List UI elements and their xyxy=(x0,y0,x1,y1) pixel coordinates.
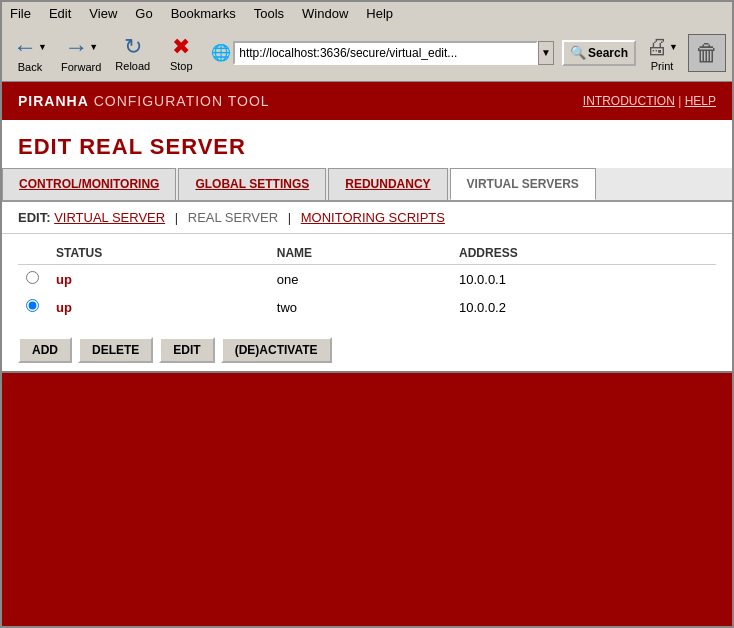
col-address: ADDRESS xyxy=(451,242,716,265)
page-heading: EDIT REAL SERVER xyxy=(2,120,732,168)
row1-name: one xyxy=(269,265,451,294)
add-button[interactable]: ADD xyxy=(18,337,72,363)
forward-icon: → xyxy=(64,33,88,61)
trash-icon: 🗑 xyxy=(695,39,719,67)
subnav-virtual-server[interactable]: VIRTUAL SERVER xyxy=(54,210,165,225)
nav-tabs: CONTROL/MONITORING GLOBAL SETTINGS REDUN… xyxy=(2,168,732,202)
address-input[interactable] xyxy=(233,41,538,65)
table-row: up one 10.0.0.1 xyxy=(18,265,716,294)
menu-bar: File Edit View Go Bookmarks Tools Window… xyxy=(2,2,732,24)
action-bar: ADD DELETE EDIT (DE)ACTIVATE xyxy=(2,329,732,371)
address-icon: 🌐 xyxy=(211,43,231,62)
stop-icon: ✖ xyxy=(172,34,190,60)
back-label: Back xyxy=(18,61,42,73)
subnav-sep1: | xyxy=(175,210,182,225)
col-name: NAME xyxy=(269,242,451,265)
menu-edit[interactable]: Edit xyxy=(45,5,75,22)
brand-name: PIRANHA xyxy=(18,93,89,109)
lower-red-area xyxy=(2,373,732,626)
print-label: Print xyxy=(651,60,674,72)
menu-view[interactable]: View xyxy=(85,5,121,22)
help-link[interactable]: HELP xyxy=(685,94,716,108)
print-icon: 🖨 xyxy=(646,34,668,60)
table-area: STATUS NAME ADDRESS up one 10.0.0.1 xyxy=(2,234,732,329)
search-label: Search xyxy=(588,46,628,60)
tab-virtual-servers[interactable]: VIRTUAL SERVERS xyxy=(450,168,596,200)
menu-go[interactable]: Go xyxy=(131,5,156,22)
row2-radio[interactable] xyxy=(26,299,39,312)
toolbar: ← ▼ Back → ▼ Forward ↻ Reload ✖ Stop 🌐 xyxy=(2,24,732,82)
stop-button[interactable]: ✖ Stop xyxy=(159,31,203,75)
table-row: up two 10.0.0.2 xyxy=(18,293,716,321)
app-header: PIRANHA CONFIGURATION TOOL INTRODUCTION … xyxy=(2,82,732,120)
row1-status: up xyxy=(48,265,269,294)
page-title: EDIT REAL SERVER xyxy=(18,134,716,160)
forward-label: Forward xyxy=(61,61,101,73)
page-content: PIRANHA CONFIGURATION TOOL INTRODUCTION … xyxy=(2,82,732,626)
menu-bookmarks[interactable]: Bookmarks xyxy=(167,5,240,22)
row1-address: 10.0.0.1 xyxy=(451,265,716,294)
forward-dropdown-icon[interactable]: ▼ xyxy=(89,42,98,52)
row2-address: 10.0.0.2 xyxy=(451,293,716,321)
menu-help[interactable]: Help xyxy=(362,5,397,22)
back-icon: ← xyxy=(13,33,37,61)
subnav-real-server[interactable]: REAL SERVER xyxy=(188,210,278,225)
back-button[interactable]: ← ▼ Back xyxy=(8,30,52,76)
sub-nav: EDIT: VIRTUAL SERVER | REAL SERVER | MON… xyxy=(2,202,732,234)
menu-tools[interactable]: Tools xyxy=(250,5,288,22)
brand-rest: CONFIGURATION TOOL xyxy=(89,93,270,109)
address-bar: 🌐 ▼ xyxy=(211,41,554,65)
reload-label: Reload xyxy=(115,60,150,72)
app-title: PIRANHA CONFIGURATION TOOL xyxy=(18,93,270,109)
print-dropdown-icon[interactable]: ▼ xyxy=(669,42,678,52)
edit-button[interactable]: EDIT xyxy=(159,337,214,363)
row2-status: up xyxy=(48,293,269,321)
forward-button[interactable]: → ▼ Forward xyxy=(56,30,106,76)
search-button[interactable]: 🔍 Search xyxy=(562,40,636,66)
subnav-label: EDIT: xyxy=(18,210,51,225)
deactivate-button[interactable]: (DE)ACTIVATE xyxy=(221,337,332,363)
reload-icon: ↻ xyxy=(124,34,142,60)
subnav-monitoring[interactable]: MONITORING SCRIPTS xyxy=(301,210,445,225)
reload-button[interactable]: ↻ Reload xyxy=(110,31,155,75)
header-links: INTRODUCTION | HELP xyxy=(583,94,716,108)
intro-link[interactable]: INTRODUCTION xyxy=(583,94,675,108)
col-select xyxy=(18,242,48,265)
print-button[interactable]: 🖨 ▼ Print xyxy=(640,31,684,75)
menu-file[interactable]: File xyxy=(6,5,35,22)
browser-window: File Edit View Go Bookmarks Tools Window… xyxy=(0,0,734,628)
menu-window[interactable]: Window xyxy=(298,5,352,22)
col-status: STATUS xyxy=(48,242,269,265)
server-table: STATUS NAME ADDRESS up one 10.0.0.1 xyxy=(18,242,716,321)
tab-global-settings[interactable]: GLOBAL SETTINGS xyxy=(178,168,326,200)
address-dropdown[interactable]: ▼ xyxy=(538,41,554,65)
delete-button[interactable]: DELETE xyxy=(78,337,153,363)
subnav-sep2: | xyxy=(288,210,295,225)
row2-name: two xyxy=(269,293,451,321)
back-dropdown-icon[interactable]: ▼ xyxy=(38,42,47,52)
search-icon: 🔍 xyxy=(570,45,586,60)
row1-radio[interactable] xyxy=(26,271,39,284)
trash-button[interactable]: 🗑 xyxy=(688,34,726,72)
tab-redundancy[interactable]: REDUNDANCY xyxy=(328,168,447,200)
stop-label: Stop xyxy=(170,60,193,72)
tab-control-monitoring[interactable]: CONTROL/MONITORING xyxy=(2,168,176,200)
main-content: EDIT REAL SERVER CONTROL/MONITORING GLOB… xyxy=(2,120,732,373)
